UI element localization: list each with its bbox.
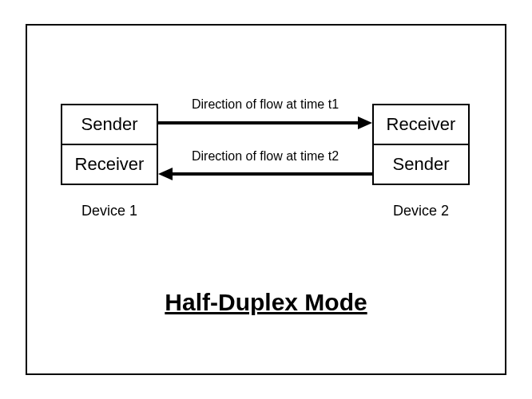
device1-bottom-cell: Receiver — [61, 144, 158, 185]
arrow-right-icon — [158, 115, 372, 131]
svg-marker-1 — [358, 117, 372, 129]
flow-label-t2: Direction of flow at time t2 — [158, 149, 372, 164]
device1-top-role: Sender — [81, 116, 138, 133]
device1-bottom-role: Receiver — [75, 156, 145, 173]
diagram-frame: Sender Receiver Receiver Sender Device 1… — [26, 24, 506, 375]
device2-bottom-role: Sender — [393, 156, 450, 173]
diagram-title: Half-Duplex Mode — [27, 289, 505, 316]
device2-bottom-cell: Sender — [372, 144, 470, 185]
svg-marker-3 — [158, 168, 173, 180]
device1-label: Device 1 — [61, 203, 158, 219]
device2-top-cell: Receiver — [372, 104, 470, 145]
flow-label-t1: Direction of flow at time t1 — [158, 97, 372, 112]
device1-top-cell: Sender — [61, 104, 158, 145]
device2-top-role: Receiver — [387, 116, 456, 133]
arrow-left-icon — [158, 166, 372, 182]
device2-label: Device 2 — [372, 203, 470, 219]
